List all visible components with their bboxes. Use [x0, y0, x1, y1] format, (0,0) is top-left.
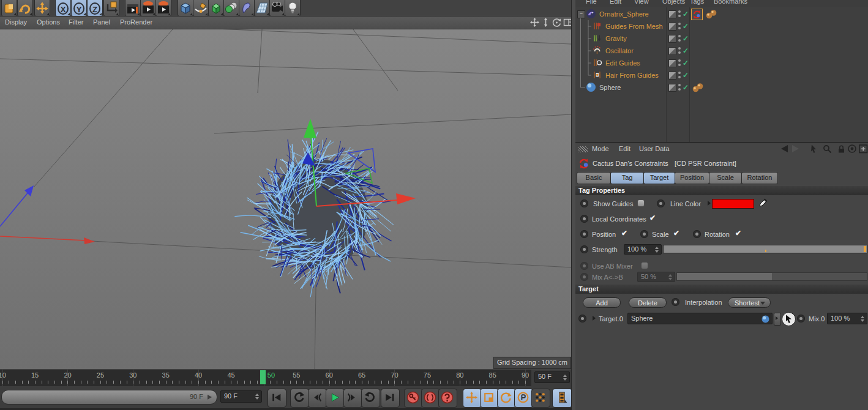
- tab-basic[interactable]: Basic: [577, 172, 611, 184]
- timeline-window-button[interactable]: [552, 389, 572, 408]
- viewport-menu-panel[interactable]: Panel: [93, 18, 110, 26]
- expand-toggle-icon[interactable]: −: [577, 10, 585, 18]
- enabled-check-icon[interactable]: ✓: [683, 22, 689, 31]
- om-menu-file[interactable]: File: [586, 0, 597, 5]
- om-menu-bookmarks[interactable]: Bookmarks: [714, 0, 747, 5]
- line-color-swatch[interactable]: [712, 199, 754, 209]
- key-position-button[interactable]: [463, 389, 482, 408]
- prev-frame-button[interactable]: [308, 389, 327, 408]
- timeline-ruler[interactable]: 1015202530354045556065707580859050: [0, 370, 531, 386]
- pick-cursor-icon[interactable]: [809, 144, 820, 155]
- tab-rotation[interactable]: Rotation: [741, 172, 778, 184]
- range-end-spinner[interactable]: 90 F: [220, 390, 262, 403]
- viewport-menu-filter[interactable]: Filter: [69, 18, 83, 26]
- enabled-check-icon[interactable]: ✓: [683, 47, 689, 55]
- enabled-check-icon[interactable]: ✓: [683, 71, 689, 80]
- gizmo-x-arrowhead[interactable]: [396, 193, 416, 204]
- viewport-menu-prorender[interactable]: ProRender: [120, 18, 152, 26]
- layer-toggle-icon[interactable]: [668, 47, 676, 55]
- anim-dot-target0[interactable]: [578, 315, 586, 322]
- layer-toggle-icon[interactable]: [668, 72, 676, 80]
- goto-prev-key-button[interactable]: [290, 389, 309, 408]
- object-row-guides-from-mesh[interactable]: Guides From Mesh✓: [575, 20, 868, 32]
- playhead-marker[interactable]: [260, 370, 266, 384]
- camera-icon[interactable]: [269, 0, 285, 17]
- render-visibility-dot[interactable]: [678, 27, 681, 29]
- coordinate-system-icon[interactable]: [103, 0, 119, 17]
- editor-visibility-dot[interactable]: [678, 47, 681, 50]
- enabled-check-icon[interactable]: ✓: [683, 83, 689, 92]
- goto-end-button[interactable]: [381, 389, 400, 408]
- subdivision-surface-icon[interactable]: [208, 0, 224, 17]
- interpolation-dropdown[interactable]: Shortest: [728, 297, 771, 308]
- object-label[interactable]: Hair From Guides: [605, 71, 659, 80]
- array-object-icon[interactable]: [223, 0, 239, 17]
- am-menu-edit[interactable]: Edit: [619, 145, 630, 152]
- spinner-arrows-icon[interactable]: [255, 393, 260, 400]
- add-primitive-cube-icon[interactable]: [178, 0, 193, 17]
- redo-rotate-icon[interactable]: [17, 0, 33, 17]
- object-label[interactable]: Gravity: [605, 34, 627, 43]
- lock-icon[interactable]: [837, 144, 847, 155]
- viewport-3d[interactable]: Grid Spacing : 1000 cm: [0, 29, 571, 369]
- target0-link-field[interactable]: Sphere: [627, 313, 773, 324]
- goto-start-button[interactable]: [268, 389, 286, 408]
- om-menu-tags[interactable]: Tags: [690, 0, 704, 5]
- tab-target[interactable]: Target: [643, 172, 675, 184]
- target0-pick-button[interactable]: [782, 312, 796, 326]
- enabled-check-icon[interactable]: ✓: [683, 34, 689, 43]
- render-visibility-dot[interactable]: [678, 15, 681, 17]
- layer-toggle-icon[interactable]: [668, 23, 676, 31]
- am-menu-mode[interactable]: Mode: [592, 145, 609, 152]
- anim-dot-position[interactable]: [580, 230, 588, 238]
- anim-dot-scale[interactable]: [640, 230, 648, 238]
- viewport-pan-icon[interactable]: [530, 18, 540, 28]
- undo-icon[interactable]: [1, 0, 17, 17]
- om-menu-view[interactable]: View: [634, 0, 649, 5]
- next-frame-button[interactable]: [343, 389, 362, 408]
- add-target-button[interactable]: Add: [583, 297, 621, 308]
- history-forward-icon[interactable]: [790, 144, 800, 154]
- am-menu-user-data[interactable]: User Data: [639, 145, 670, 152]
- eyedropper-icon[interactable]: [758, 198, 769, 208]
- key-pla-button[interactable]: [531, 389, 550, 408]
- cd-psr-constraint-tag-icon[interactable]: [692, 9, 702, 20]
- anim-dot-interpolation[interactable]: [672, 298, 679, 306]
- floor-grid-icon[interactable]: [254, 0, 270, 17]
- object-label[interactable]: Edit Guides: [605, 59, 640, 67]
- viewport-rotate-icon[interactable]: [552, 18, 562, 28]
- anim-dot-mix0[interactable]: [797, 315, 805, 322]
- editor-visibility-dot[interactable]: [678, 35, 681, 37]
- phong-tag-icon[interactable]: [692, 83, 702, 93]
- spinner-arrows-icon[interactable]: [655, 247, 659, 253]
- object-row-ornatrix_sphere[interactable]: −Ornatrix_Sphere✓: [575, 8, 868, 20]
- editor-visibility-dot[interactable]: [678, 72, 681, 74]
- lock-y-button[interactable]: Y: [71, 0, 87, 17]
- render-settings-icon[interactable]: [155, 0, 171, 17]
- object-row-oscillator[interactable]: Oscillator✓: [575, 45, 868, 57]
- light-icon[interactable]: [285, 0, 301, 17]
- strength-field[interactable]: 100 %: [624, 244, 662, 255]
- viewport-menu-display[interactable]: Display: [5, 18, 27, 26]
- object-row-sphere[interactable]: Sphere✓: [575, 81, 868, 94]
- object-row-edit-guides[interactable]: Edit Guides✓: [575, 57, 868, 69]
- position-check[interactable]: ✔: [621, 229, 627, 237]
- search-icon[interactable]: [823, 144, 833, 155]
- mix0-field[interactable]: 100 %: [827, 313, 867, 324]
- keyframe-help-button[interactable]: [438, 389, 457, 408]
- new-panel-icon[interactable]: [859, 144, 868, 155]
- anim-dot-local-coordinates[interactable]: [580, 215, 588, 223]
- enabled-check-icon[interactable]: ✓: [683, 10, 689, 18]
- enabled-check-icon[interactable]: ✓: [683, 59, 689, 67]
- layer-toggle-icon[interactable]: [668, 84, 676, 92]
- object-label[interactable]: Guides From Mesh: [605, 22, 663, 31]
- strength-slider-handle[interactable]: [864, 246, 866, 252]
- render-view-icon[interactable]: [125, 0, 141, 17]
- key-rotation-button[interactable]: [497, 389, 516, 408]
- object-label[interactable]: Sphere: [599, 83, 621, 92]
- spinner-arrows-icon[interactable]: [563, 375, 567, 381]
- render-visibility-dot[interactable]: [678, 64, 681, 66]
- goto-next-key-button[interactable]: [361, 389, 380, 408]
- scale-check[interactable]: ✔: [673, 229, 679, 237]
- range-grip-icon[interactable]: [208, 395, 212, 400]
